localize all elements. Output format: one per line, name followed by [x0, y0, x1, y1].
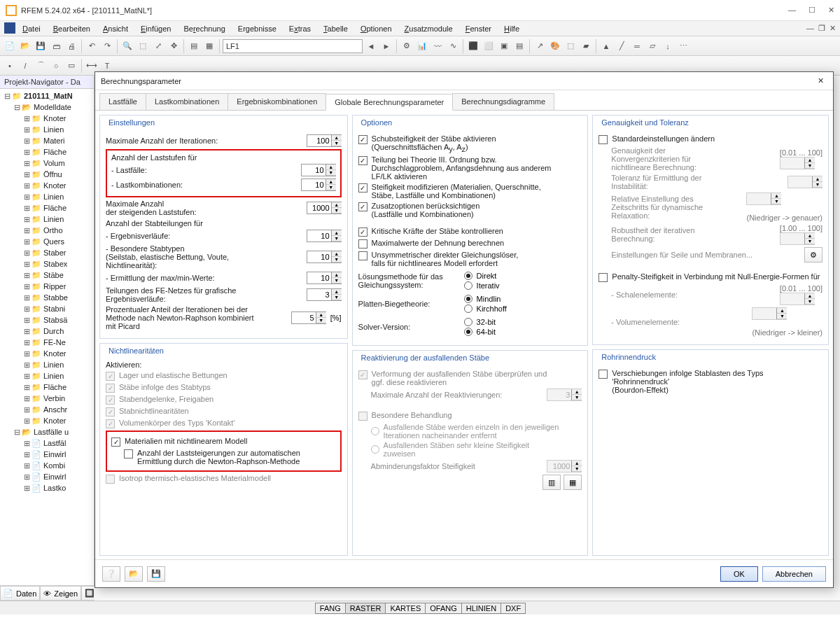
view3-icon[interactable]: ▣ — [497, 39, 511, 53]
status-kartes[interactable]: KARTES — [385, 603, 426, 614]
chk-auto-nr[interactable] — [124, 449, 133, 458]
loadsteps-cases[interactable]: ▲▼ — [301, 164, 336, 176]
deform-icon[interactable]: 〰 — [430, 39, 444, 53]
menu-tabelle[interactable]: Tabelle — [318, 23, 354, 34]
max-increasing-steps[interactable]: ▲▼ — [307, 202, 342, 214]
tree-item[interactable]: ⊞📄Lastfäl — [1, 438, 92, 449]
loadcase-combo[interactable]: LF1 — [223, 39, 363, 53]
div-maxmin[interactable]: ▲▼ — [307, 272, 342, 284]
status-fang[interactable]: FANG — [315, 603, 346, 614]
menu-fenster[interactable]: Fenster — [460, 23, 497, 34]
tree-item[interactable]: ⊞📁Linien — [1, 124, 92, 135]
loadsteps-combos[interactable]: ▲▼ — [301, 178, 336, 191]
cancel-button[interactable]: Abbrechen — [762, 566, 826, 582]
tab-lastkombinationen[interactable]: Lastkombinationen — [146, 93, 228, 110]
dialog-close-icon[interactable]: ✕ — [813, 74, 827, 88]
view4-icon[interactable]: ▤ — [512, 39, 526, 53]
line-icon[interactable]: ╱ — [615, 39, 629, 53]
moments-icon[interactable]: ∿ — [446, 39, 460, 53]
chk-shear[interactable] — [358, 135, 368, 144]
load-icon[interactable]: ↓ — [661, 39, 675, 53]
text-icon[interactable]: T — [100, 59, 114, 73]
tree-item[interactable]: ⊞📁Stabex — [1, 258, 92, 270]
save-settings-icon[interactable]: 💾 — [147, 566, 165, 582]
menu-zusatzmodule[interactable]: Zusatzmodule — [399, 23, 458, 34]
minimize-icon[interactable]: — — [788, 6, 796, 15]
save-icon[interactable]: 💾 — [34, 39, 48, 53]
chk-stiff-mod[interactable] — [358, 183, 368, 192]
chk-max-strain[interactable] — [358, 239, 368, 248]
tree-item[interactable]: ⊞📁Knoter — [1, 415, 92, 426]
tree-item[interactable]: ⊞📁Volum — [1, 158, 92, 169]
rect-icon[interactable]: ▭ — [64, 59, 78, 73]
menu-datei[interactable]: Datei — [17, 23, 46, 34]
tree-item[interactable]: ⊞📁Stabsä — [1, 314, 92, 326]
tree-item[interactable]: ⊞📁Anschr — [1, 404, 92, 415]
max-iterations[interactable]: ▲▼ — [307, 134, 342, 147]
mdi-min-icon[interactable]: — — [806, 24, 814, 33]
surface-icon[interactable]: ▱ — [645, 39, 659, 53]
chk-material-nl[interactable] — [111, 438, 120, 447]
menu-ergebnisse[interactable]: Ergebnisse — [232, 23, 282, 34]
react-opt1-icon[interactable]: ▥ — [542, 475, 561, 490]
status-dxf[interactable]: DXF — [500, 603, 526, 614]
tab-diagramme[interactable]: Berechnungsdiagramme — [452, 93, 554, 110]
tree-item[interactable]: ⊞📁Staber — [1, 247, 92, 258]
print-icon[interactable]: 🖨 — [64, 39, 78, 53]
tree-item[interactable]: ⊞📁Fläche — [1, 202, 92, 214]
tree-item[interactable]: ⊞📄Lastko — [1, 482, 92, 493]
tab-lastfaelle[interactable]: Lastfälle — [99, 93, 146, 110]
tab-ergebniskombinationen[interactable]: Ergebniskombinationen — [227, 93, 326, 110]
menu-extras[interactable]: Extras — [284, 23, 316, 34]
tree-item[interactable]: ⊞📁Stäbe — [1, 270, 92, 281]
rad-bits-64[interactable] — [464, 328, 472, 336]
chk-extra-opt[interactable] — [358, 202, 368, 211]
tree-item[interactable]: ⊞📁Fläche — [1, 146, 92, 158]
tree-item[interactable]: ⊞📁Öffnu — [1, 169, 92, 180]
react-opt2-icon[interactable]: ▦ — [564, 475, 582, 490]
tree-item[interactable]: ⊞📁Ortho — [1, 225, 92, 236]
saveall-icon[interactable]: 🗃 — [49, 39, 63, 53]
tree-item[interactable]: ⊞📁FE-Ne — [1, 337, 92, 348]
rad-solver-iterative[interactable] — [464, 281, 472, 290]
tree-item[interactable]: ⊞📁Durch — [1, 326, 92, 337]
tree-item[interactable]: ⊞📁Verbin — [1, 393, 92, 404]
menu-hilfe[interactable]: Hilfe — [498, 23, 525, 34]
new-icon[interactable]: 📄 — [3, 39, 17, 53]
help-icon[interactable]: ❔ — [102, 566, 120, 582]
menu-bearbeiten[interactable]: Bearbeiten — [48, 23, 96, 34]
zoomfit-icon[interactable]: ⤢ — [151, 39, 165, 53]
member-icon[interactable]: ═ — [630, 39, 644, 53]
menu-berechnung[interactable]: Berechnung — [178, 23, 230, 34]
support-icon[interactable]: ▲ — [599, 39, 613, 53]
maximize-icon[interactable]: ☐ — [808, 6, 816, 15]
tree-item[interactable]: ⊞📄Einwirl — [1, 471, 92, 482]
redo-icon[interactable]: ↷ — [100, 39, 114, 53]
chk-bourdon[interactable] — [598, 370, 608, 379]
wire-icon[interactable]: ⬚ — [564, 39, 578, 53]
tree-item[interactable]: ⊞📁Materi — [1, 135, 92, 146]
dim-icon[interactable]: ⟷ — [85, 59, 99, 73]
menu-ansicht[interactable]: Ansicht — [97, 23, 134, 34]
tree-item[interactable]: ⊞📁Stabbe — [1, 292, 92, 303]
div-special[interactable]: ▲▼ — [307, 251, 342, 263]
tab-globale[interactable]: Globale Berechnungsparameter — [326, 94, 453, 111]
status-raster[interactable]: RASTER — [345, 603, 386, 614]
status-ofang[interactable]: OFANG — [425, 603, 462, 614]
prev-icon[interactable]: ◄ — [364, 39, 378, 53]
rad-bits-32[interactable] — [464, 318, 472, 326]
open-icon[interactable]: 📂 — [18, 39, 32, 53]
arc-icon[interactable]: ⌒ — [34, 59, 48, 73]
render-icon[interactable]: 🎨 — [548, 39, 562, 53]
rad-plate-kirchhoff[interactable] — [464, 304, 472, 313]
tree-item[interactable]: ⊞📁Knoter — [1, 113, 92, 124]
chk-teilung3[interactable] — [358, 156, 368, 165]
tree-item[interactable]: ⊞📁Stabni — [1, 303, 92, 314]
ok-button[interactable]: OK — [720, 566, 758, 582]
chk-std-settings[interactable] — [598, 135, 608, 144]
tree-item[interactable]: ⊞📁Ripper — [1, 281, 92, 292]
tree-item[interactable]: ⊞📁Linien — [1, 370, 92, 382]
fe-divisions[interactable]: ▲▼ — [307, 288, 342, 301]
close-icon[interactable]: ✕ — [828, 6, 834, 15]
table-icon[interactable]: ▤ — [187, 39, 201, 53]
